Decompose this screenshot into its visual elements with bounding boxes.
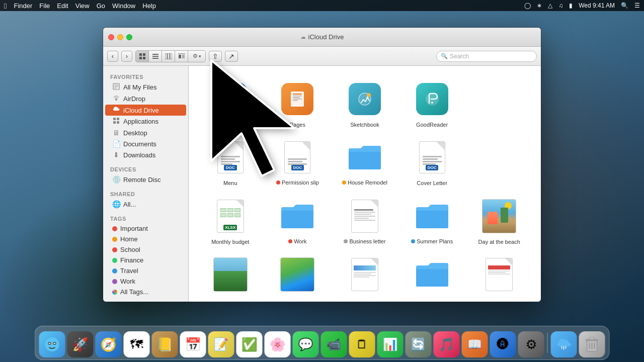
work-folder-tag [288, 239, 292, 243]
file-item-catalog-doc[interactable] [331, 249, 398, 301]
arrange-button[interactable]: ↗ [225, 51, 238, 62]
sidebar-item-all-my-files[interactable]: All My Files [105, 81, 186, 93]
svg-rect-3 [143, 57, 145, 59]
file-item-folder2[interactable] [398, 249, 466, 301]
pages-app-icon [281, 83, 313, 115]
file-item-pages[interactable]: Pages [264, 74, 332, 132]
share-button[interactable]: ⇧ [209, 51, 222, 62]
sidebar: Favorites All My Files AirDrop iCloud Dr… [103, 66, 189, 302]
shared-header: Shared [103, 187, 188, 199]
sidebar-tag-home[interactable]: Home [105, 234, 186, 244]
file-item-keynote[interactable]: Keynote [197, 74, 264, 132]
sketchbook-label: Sketchbook [350, 121, 379, 128]
menubar-edit[interactable]: Edit [57, 2, 68, 10]
close-button[interactable] [108, 34, 114, 40]
dock-appstore[interactable]: 🅐 [490, 331, 516, 357]
file-item-monthly-budget[interactable]: XLSX Monthly budget [197, 191, 264, 249]
file-item-day-at-beach[interactable]: Day at the beach [465, 191, 533, 249]
dock-launchpad[interactable]: 🚀 [67, 331, 94, 357]
minimize-button[interactable] [117, 34, 123, 40]
sidebar-item-documents[interactable]: 📄 Documents [105, 138, 186, 149]
menubar-finder[interactable]: Finder [14, 2, 32, 10]
file-item-menu[interactable]: DOC Menu [197, 132, 264, 191]
svg-point-39 [45, 337, 59, 351]
svg-rect-18 [113, 118, 116, 120]
sidebar-item-all[interactable]: 🌐 All... [105, 199, 186, 210]
sidebar-tag-all-tags[interactable]: All Tags... [105, 287, 186, 297]
back-button[interactable]: ‹ [107, 51, 118, 62]
file-item-goodreader[interactable]: GoodReader [398, 74, 466, 132]
file-item-business-letter[interactable]: Business letter [331, 191, 398, 249]
sidebar-item-desktop[interactable]: 🖥 Desktop [105, 127, 186, 138]
dock-notes2[interactable]: 🗒 [349, 331, 375, 357]
dock-facetime[interactable]: 📹 [321, 331, 347, 357]
dock-finder[interactable] [39, 331, 65, 357]
maximize-button[interactable] [126, 34, 132, 40]
sidebar-tag-school[interactable]: School [105, 244, 186, 255]
menubar-volume: ♫ [558, 2, 563, 9]
menubar-window[interactable]: Window [112, 2, 135, 10]
title-bar: ☁ iCloud Drive [103, 28, 541, 47]
menubar-view[interactable]: View [75, 2, 90, 10]
file-item-house-remodel[interactable]: House Remodel [331, 132, 398, 191]
sidebar-all-my-files-label: All My Files [123, 83, 156, 91]
file-item-permission-slip[interactable]: DOC Permission slip [264, 132, 332, 191]
file-item-photo2[interactable] [264, 249, 332, 301]
list-view-button[interactable] [149, 51, 162, 62]
sidebar-tag-finance[interactable]: Finance [105, 255, 186, 265]
finder-window: ☁ iCloud Drive ‹ › ⚙▾ ⇧ ↗ 🔍 [103, 28, 541, 302]
dock-reminders[interactable]: ✅ [236, 331, 263, 357]
forward-button[interactable]: › [121, 51, 132, 62]
file-item-sketchbook[interactable]: Sketchbook [331, 74, 398, 132]
dock-photos[interactable]: 🌸 [265, 331, 291, 357]
dock-ibooks[interactable]: 📖 [462, 331, 488, 357]
action-button[interactable]: ⚙▾ [188, 51, 205, 62]
coverflow-view-button[interactable] [175, 51, 188, 62]
svg-rect-9 [170, 53, 172, 59]
dock-migration[interactable]: 🔄 [406, 331, 432, 357]
dock-itunes[interactable]: 🎵 [434, 331, 460, 357]
file-item-work[interactable]: Work [264, 191, 332, 249]
dock-icloud-folder[interactable] [551, 331, 577, 357]
column-view-button[interactable] [162, 51, 175, 62]
dock-numbers[interactable]: 📊 [377, 331, 404, 357]
file-item-cover-letter[interactable]: DOC Cover Letter [398, 132, 466, 191]
sidebar-item-airdrop[interactable]: AirDrop [105, 93, 186, 105]
menubar-datetime: Wed 9:41 AM [579, 2, 615, 9]
dock-messages[interactable]: 💬 [293, 331, 319, 357]
search-box[interactable]: 🔍 Search [436, 51, 537, 62]
menubar-notification[interactable]: ☰ [634, 2, 640, 9]
menubar-search[interactable]: 🔍 [621, 2, 628, 9]
dock-calendar[interactable]: 📅 [180, 331, 206, 357]
file-item-summer-plans[interactable]: Summer Plans [398, 191, 466, 249]
sidebar-tag-work[interactable]: Work [105, 276, 186, 287]
cover-letter-icon: DOC [412, 137, 452, 177]
sidebar-tag-travel[interactable]: Travel [105, 265, 186, 276]
sidebar-item-downloads[interactable]: ⬇ Downloads [105, 149, 186, 160]
menubar-go[interactable]: Go [97, 2, 105, 10]
dock: 🚀 🧭 🗺 📒 📅 📝 ✅ 🌸 💬 📹 🗒 📊 🔄 🎵 📖 🅐 [35, 326, 610, 360]
svg-rect-21 [117, 121, 119, 124]
sidebar-item-remote-disc[interactable]: 💿 Remote Disc [105, 174, 186, 185]
school-tag-dot [112, 247, 117, 252]
dock-notes[interactable]: 📝 [208, 331, 234, 357]
svg-rect-11 [182, 55, 185, 58]
menubar-help[interactable]: Help [142, 2, 156, 10]
icon-view-button[interactable] [136, 51, 149, 62]
apple-menu[interactable]:  [4, 2, 7, 10]
permission-slip-label-wrap: Permission slip [276, 179, 319, 186]
sidebar-tag-important[interactable]: Important [105, 223, 186, 234]
file-item-local-catalog[interactable] [465, 249, 533, 301]
dock-trash[interactable] [579, 331, 605, 357]
dock-safari[interactable]: 🧭 [96, 331, 122, 357]
file-item-photo1[interactable] [197, 249, 264, 301]
work-tag-dot [112, 279, 117, 284]
sidebar-item-applications[interactable]: Applications [105, 116, 186, 127]
menubar-file[interactable]: File [39, 2, 50, 10]
svg-rect-4 [152, 54, 158, 55]
dock-contacts[interactable]: 📒 [152, 331, 178, 357]
svg-rect-5 [152, 56, 158, 57]
dock-system-prefs[interactable]: ⚙ [518, 331, 544, 357]
dock-maps[interactable]: 🗺 [124, 331, 150, 357]
sidebar-item-icloud-drive[interactable]: iCloud Drive [105, 105, 186, 116]
